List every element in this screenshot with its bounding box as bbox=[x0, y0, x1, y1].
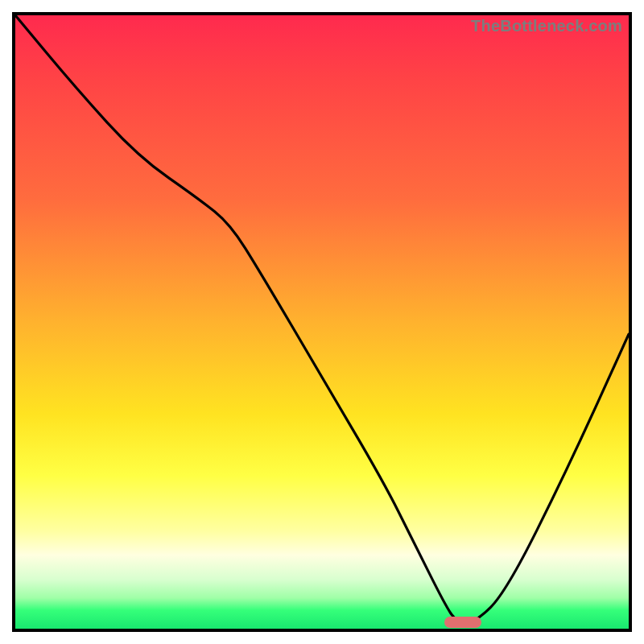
bottleneck-curve bbox=[15, 15, 629, 629]
chart-frame: TheBottleneck.com bbox=[12, 12, 632, 632]
optimal-marker bbox=[444, 617, 481, 628]
